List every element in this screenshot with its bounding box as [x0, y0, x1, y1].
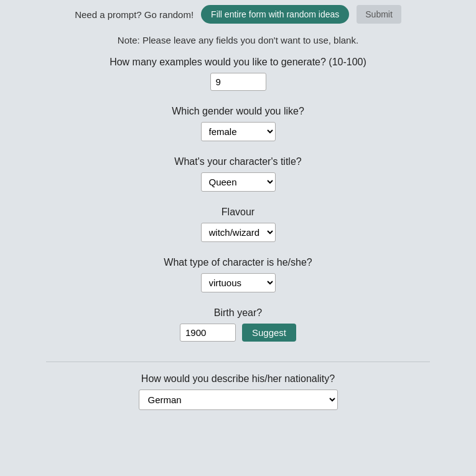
flavour-select[interactable]: witch/wizard warrior mage rogue priest: [201, 223, 276, 242]
birth-year-group: Birth year? Suggest: [25, 307, 451, 342]
flavour-group: Flavour witch/wizard warrior mage rogue …: [25, 207, 451, 242]
flavour-label: Flavour: [222, 207, 254, 218]
gender-label: Which gender would you like?: [172, 106, 304, 117]
gender-select[interactable]: female male any: [201, 122, 276, 141]
birth-year-row: Suggest: [180, 324, 296, 342]
character-type-group: What type of character is he/she? virtuo…: [25, 257, 451, 292]
gender-group: Which gender would you like? female male…: [25, 106, 451, 141]
nationality-label: How would you describe his/her nationali…: [141, 373, 335, 385]
title-group: What's your character's title? Mr Mrs Ms…: [25, 156, 451, 192]
nationality-select[interactable]: German French British American Italian S…: [139, 390, 338, 410]
top-bar: Need a prompt? Go random! Fill entire fo…: [0, 0, 476, 29]
suggest-button[interactable]: Suggest: [242, 324, 296, 342]
birth-year-label: Birth year?: [214, 307, 262, 319]
divider: [46, 362, 430, 362]
nationality-group: How would you describe his/her nationali…: [25, 373, 451, 410]
examples-input[interactable]: [210, 73, 266, 91]
random-button[interactable]: Fill entire form with random ideas: [201, 5, 349, 24]
main-content: Note: Please leave any fields you don't …: [0, 29, 476, 444]
title-select[interactable]: Mr Mrs Ms Dr King Queen Lord Lady: [201, 172, 276, 192]
note-text: Note: Please leave any fields you don't …: [118, 35, 358, 45]
examples-group: How many examples would you like to gene…: [25, 57, 451, 91]
birth-year-input[interactable]: [180, 324, 236, 342]
character-type-label: What type of character is he/she?: [164, 257, 312, 268]
prompt-text: Need a prompt? Go random!: [75, 9, 194, 20]
character-type-select[interactable]: virtuous villainous neutral anti-hero: [201, 273, 276, 292]
title-label: What's your character's title?: [174, 156, 301, 167]
examples-label: How many examples would you like to gene…: [110, 57, 366, 68]
submit-button[interactable]: Submit: [357, 5, 401, 24]
